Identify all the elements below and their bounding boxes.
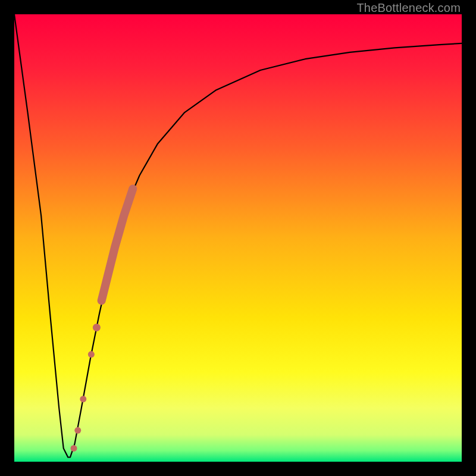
marker-dot xyxy=(93,324,101,331)
marker-dot xyxy=(71,445,77,452)
marker-dot xyxy=(88,351,95,358)
bottleneck-curve xyxy=(14,14,462,457)
chart-frame: TheBottleneck.com xyxy=(0,0,476,476)
watermark-text: TheBottleneck.com xyxy=(356,1,461,15)
highlight-band xyxy=(102,189,133,300)
plot-area xyxy=(14,14,462,462)
curve-layer xyxy=(14,14,462,462)
marker-dot xyxy=(80,396,86,402)
marker-dot xyxy=(74,427,81,434)
